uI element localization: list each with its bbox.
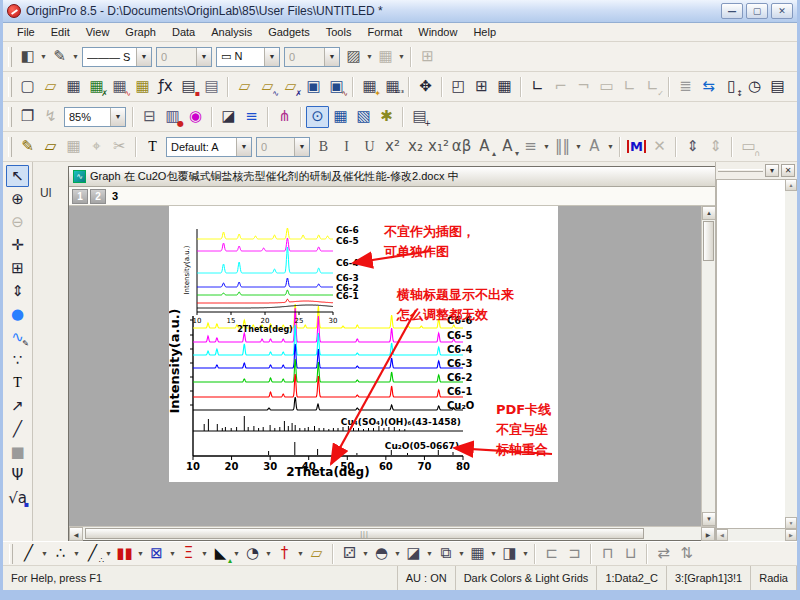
3d-scatter-button[interactable]: ⚂ [338,543,361,565]
layer-grid9-button[interactable]: ▦ [493,76,516,98]
menu-edit[interactable]: Edit [43,24,78,40]
contour-plot-dropdown-icon[interactable]: ▼ [521,550,530,557]
layer-single-button[interactable]: ◰ [447,76,470,98]
subscript-button[interactable]: x₂ [404,136,427,158]
open-template-button[interactable]: ▱✗ [279,76,302,98]
new-function-button[interactable]: ƒx [154,76,177,98]
arrange-layers-button[interactable]: ≡ [240,106,263,128]
border-style-select-dropdown-icon[interactable]: ▼ [264,48,279,66]
new-matrix-button[interactable]: ▦ [131,76,154,98]
align-dropdown-icon[interactable]: ▼ [542,143,551,150]
rectangle-tool-button[interactable]: ■ [6,441,29,463]
3d-line-dropdown-icon[interactable]: ▼ [393,550,402,557]
page-tab-3[interactable]: 3 [108,190,122,202]
3d-matrix-button[interactable]: ▦ [466,543,489,565]
line-color-button[interactable]: ✎ [48,46,71,68]
increase-font-button[interactable]: A▴ [473,136,496,158]
font-select[interactable]: Default: A▼ [166,137,252,157]
align-right-button[interactable]: ⊐ [563,543,586,565]
cluster-tool-button[interactable]: ∵ [6,349,29,371]
grid-pattern-dropdown-icon[interactable]: ▼ [397,53,406,60]
scroll-right-button[interactable]: ▶ [701,527,715,541]
screen-reader-button[interactable]: ✛ [6,234,29,256]
zoom-select-dropdown-icon[interactable]: ▼ [110,108,125,126]
fill-pattern-dropdown-icon[interactable]: ▼ [365,53,374,60]
panel-scroll-left-button[interactable]: ◀ [716,529,728,541]
exchange-loose-button[interactable]: ⇕ [681,136,704,158]
fitting-gear-button[interactable]: ✱ [375,106,398,128]
layer-management-button[interactable]: ⋔ [273,106,296,128]
template-library-button[interactable]: ▱ [305,543,328,565]
area-plot-dropdown-icon[interactable]: ▼ [232,550,241,557]
worksheet-view-button[interactable]: ▦ [329,106,352,128]
column-plot-button[interactable]: ▮▮ [113,543,136,565]
vertical-scroll-thumb[interactable] [703,221,714,261]
mask-polyline-button[interactable]: ∿✎ [6,326,29,348]
save-project-button[interactable]: ▣ [302,76,325,98]
equation-tool-button[interactable]: √a▪ [6,487,29,509]
font-color-button[interactable]: A [583,136,606,158]
duplicate-window-button[interactable]: ❐ [16,106,39,128]
3d-line-button[interactable]: ◓ [370,543,393,565]
line-style-select-dropdown-icon[interactable]: ▼ [136,48,151,66]
add-column-button[interactable]: ▤+ [408,106,431,128]
menu-analysis[interactable]: Analysis [203,24,260,40]
pan-tool-button[interactable]: Ψ [6,464,29,486]
3d-surface-dropdown-icon[interactable]: ▼ [425,550,434,557]
panel-close-button[interactable]: ✕ [781,164,795,177]
mask-range-button[interactable]: M [625,136,648,158]
import-ascii-button[interactable]: ▦¹²³ [381,76,404,98]
restore-button[interactable]: ▢ [746,3,768,19]
axis-left-bottom-button[interactable]: ∟ [526,76,549,98]
new-excel-button[interactable]: ▦✗ [85,76,108,98]
align-bottom-button[interactable]: ⊔ [619,543,642,565]
3d-bars-button[interactable]: ⧉ [434,543,457,565]
3d-bars-dropdown-icon[interactable]: ▼ [457,550,466,557]
graph-page[interactable]: 10203040506070802Theta(deg)Intensity(a.u… [169,206,558,482]
line-plot-dropdown-icon[interactable]: ▼ [40,550,49,557]
menu-gadgets[interactable]: Gadgets [260,24,318,40]
superscript-button[interactable]: x² [381,136,404,158]
spacing-dropdown-icon[interactable]: ▼ [574,143,583,150]
menu-view[interactable]: View [78,24,118,40]
open-excel-button[interactable]: ▱∿ [256,76,279,98]
polar-plot-dropdown-icon[interactable]: ▼ [264,550,273,557]
menu-file[interactable]: File [9,24,43,40]
menu-format[interactable]: Format [359,24,410,40]
edit-annotation-button[interactable]: ✎ [16,136,39,158]
swap-xy-button[interactable]: ⇆ [697,76,720,98]
panel-scroll-right-button[interactable]: ▶ [785,529,797,541]
slideshow-button[interactable]: ▥● [161,106,184,128]
stock-plot-button[interactable]: † [273,543,296,565]
distribute-v-button[interactable]: ⇅ [675,543,698,565]
page-tab-1[interactable]: 1 [72,189,88,204]
add-object-button[interactable]: ▱ [39,136,62,158]
new-layout-button[interactable]: ▤▪ [177,76,200,98]
scroll-down-button[interactable]: ▼ [702,512,715,526]
column-properties-button[interactable]: ▯↕ [720,76,743,98]
mask-ellipse-button[interactable]: ● [6,303,29,325]
line-style-select[interactable]: ——— S▼ [82,47,152,67]
scroll-left-button[interactable]: ◀ [69,527,83,541]
panel-collapse-button[interactable]: ▾ [765,164,779,177]
script-window-button[interactable]: ▧ [352,106,375,128]
panel-scroll-up-button[interactable]: ▲ [785,179,797,191]
scatter-plot-dropdown-icon[interactable]: ▼ [72,550,81,557]
text-tool-button[interactable]: T [6,372,29,394]
new-workbook-button[interactable]: ▦ [62,76,85,98]
fill-color-dropdown-icon[interactable]: ▼ [39,53,48,60]
font-color-dropdown-icon[interactable]: ▼ [606,143,615,150]
3d-surface-button[interactable]: ◪ [402,543,425,565]
menu-tools[interactable]: Tools [318,24,360,40]
line-tool-button[interactable]: ╱ [6,418,29,440]
toolbar-grip[interactable] [8,77,12,97]
docked-panel-header[interactable]: ▾ ✕ [716,162,797,179]
zoom-in-tool-button[interactable]: ⊕ [6,188,29,210]
toolbar-grip[interactable] [8,47,12,67]
menu-window[interactable]: Window [410,24,465,40]
save-template-button[interactable]: ▣∿ [325,76,348,98]
underline-button[interactable]: U [358,136,381,158]
align-top-button[interactable]: ⊓ [596,543,619,565]
line-color-dropdown-icon[interactable]: ▼ [71,53,80,60]
open-folder-button[interactable]: ▱ [39,76,62,98]
